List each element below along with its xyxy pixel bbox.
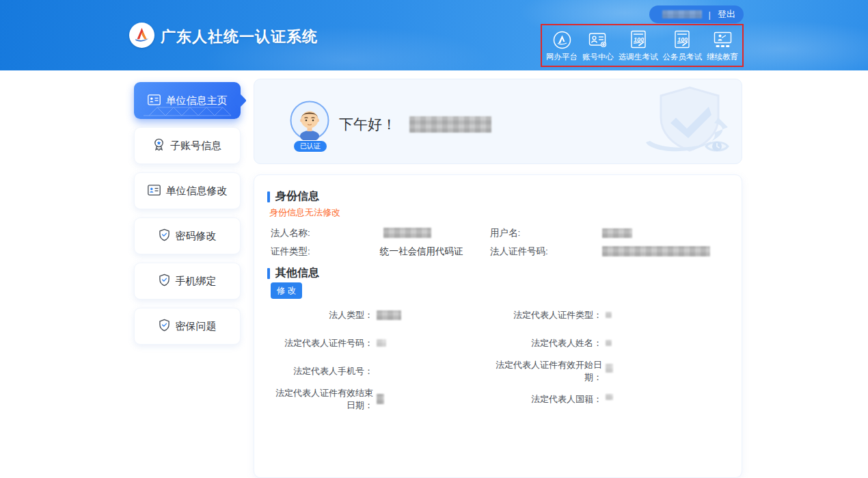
- edit-button[interactable]: 修 改: [271, 282, 302, 299]
- account-pill: | 登出: [649, 5, 744, 23]
- redacted-value: [377, 339, 386, 347]
- greeting-text: 下午好！: [339, 115, 396, 134]
- brand-title: 广东人社统一认证系统: [161, 27, 318, 47]
- svg-text:100: 100: [677, 36, 688, 43]
- field-legal-cert-number: 法人证件号码:: [490, 242, 726, 261]
- exam-100-icon: 100: [630, 30, 647, 49]
- sidebar-item-security-question[interactable]: 密保问题: [134, 308, 241, 345]
- shield-check-icon: [159, 319, 170, 334]
- page: 广东人社统一认证系统 | 登出 网办平台: [0, 0, 868, 478]
- nav-item-continuing-education[interactable]: 继续教育: [707, 31, 738, 62]
- redacted-value: [606, 394, 613, 400]
- exam-100-icon: 100: [674, 30, 690, 49]
- sidebar-item-password-change[interactable]: 密码修改: [134, 217, 241, 254]
- nav-item-label: 账号中心: [582, 52, 614, 62]
- sidebar-item-label: 密码修改: [176, 230, 217, 243]
- sidebar-item-label: 密保问题: [176, 320, 217, 333]
- nav-item-account-center[interactable]: 账号中心: [582, 31, 614, 62]
- sidebar-item-label: 子账号信息: [170, 140, 221, 152]
- id-card-gear-icon: [588, 31, 608, 49]
- shield-check-icon: [159, 274, 170, 289]
- field-rep-cert-number: 法定代表人证件号码：: [271, 337, 493, 349]
- other-section-title: 其他信息: [267, 266, 319, 280]
- presentation-icon: [713, 31, 733, 49]
- verified-badge: 已认证: [293, 140, 327, 152]
- sidebar-item-label: 手机绑定: [176, 275, 217, 288]
- shield-check-icon: [159, 228, 170, 243]
- field-rep-cert-type: 法定代表人证件类型：: [493, 309, 726, 321]
- redacted-value: [377, 310, 401, 320]
- redacted-value: [602, 228, 632, 238]
- nav-item-label: 网办平台: [546, 52, 578, 62]
- sidebar-item-unit-info-home[interactable]: 单位信息主页: [134, 82, 241, 119]
- field-rep-name: 法定代表人姓名：: [493, 337, 726, 349]
- logout-button[interactable]: 登出: [718, 8, 735, 21]
- sidebar-item-label: 单位信息主页: [166, 94, 228, 107]
- field-legal-type: 法人类型：: [271, 309, 493, 321]
- nav-item-civil-servant-exam[interactable]: 100 公务员考试: [663, 30, 703, 62]
- redacted-value: [606, 340, 612, 346]
- header: 广东人社统一认证系统 | 登出 网办平台: [0, 0, 868, 70]
- other-fields-grid: 法人类型： 法定代表人证件类型： 法定代表人证件号码： 法定代表人姓名： 法定代…: [271, 301, 726, 413]
- id-card-icon: [148, 185, 161, 198]
- avatar: 已认证: [290, 101, 331, 154]
- field-rep-phone: 法定代表人手机号：: [271, 365, 493, 377]
- field-rep-cert-end-date: 法定代表人证件有效结束日期：: [271, 387, 493, 412]
- nav-item-label: 选调生考试: [619, 52, 658, 62]
- greeting-card: 已认证 下午好！: [254, 79, 742, 164]
- redacted-value: [606, 364, 613, 373]
- sidebar-item-label: 单位信息修改: [166, 185, 228, 198]
- field-rep-cert-start-date: 法定代表人证件有效开始日期：: [493, 359, 726, 384]
- brand-logo-icon: [129, 23, 154, 48]
- redacted-value: [606, 312, 612, 318]
- sidebar-item-sub-account-info[interactable]: 子账号信息: [134, 127, 241, 164]
- nav-item-label: 继续教育: [707, 52, 738, 62]
- redacted-value: [377, 394, 384, 404]
- quicknav-highlight-box: 网办平台 账号中心: [541, 24, 744, 67]
- identity-notice: 身份信息无法修改: [269, 207, 340, 219]
- account-divider: |: [709, 10, 711, 20]
- greeting-username-redacted: [409, 116, 491, 133]
- field-cert-type: 证件类型: 统一社会信用代码证: [271, 242, 490, 261]
- field-username: 用户名:: [490, 224, 726, 242]
- shield-watermark-icon: [629, 82, 739, 163]
- identity-section-title: 身份信息: [267, 189, 319, 204]
- username-redacted: [662, 10, 702, 18]
- redacted-value: [383, 228, 431, 238]
- redacted-value: [602, 246, 710, 256]
- nav-item-xuandiaosheng-exam[interactable]: 100 选调生考试: [619, 30, 658, 62]
- id-card-icon: [148, 94, 161, 107]
- title-accent-bar: [267, 191, 270, 202]
- sidebar-item-phone-binding[interactable]: 手机绑定: [134, 263, 241, 300]
- sidebar-item-unit-info-edit[interactable]: 单位信息修改: [134, 172, 241, 209]
- unit-info-card: 身份信息 身份信息无法修改 法人名称: 用户名: 证件类型: 统一社会信用代码证…: [254, 174, 742, 478]
- field-legal-name: 法人名称:: [271, 224, 490, 242]
- title-accent-bar: [267, 268, 270, 279]
- nav-item-portal[interactable]: 网办平台: [546, 31, 578, 62]
- emblem-icon: [553, 31, 571, 49]
- svg-text:100: 100: [634, 36, 644, 43]
- nav-item-label: 公务员考试: [663, 52, 703, 62]
- identity-fields-grid: 法人名称: 用户名: 证件类型: 统一社会信用代码证 法人证件号码:: [271, 224, 726, 261]
- medal-icon: [153, 138, 165, 153]
- field-rep-nationality: 法定代表人国籍：: [493, 393, 726, 406]
